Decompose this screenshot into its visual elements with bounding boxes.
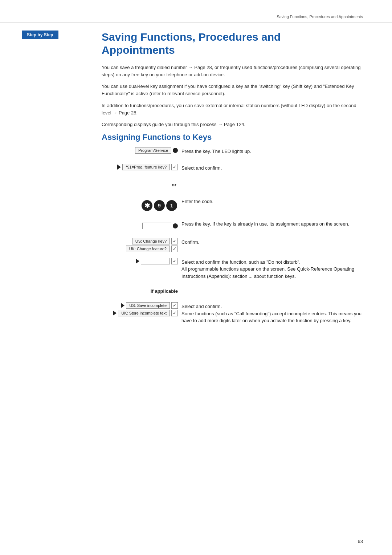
us-change-key-label: US: Change key? xyxy=(132,238,170,244)
step-1: Program/Service Press the key. The LED l… xyxy=(102,147,363,158)
us-save-incomplete-label: US: Save incomplete xyxy=(126,302,170,309)
intro-para-4: Corresponding displays guide you through… xyxy=(102,121,363,128)
uk-store-incomplete-label: UK: Store incomplete text xyxy=(118,310,170,316)
triangle-icon-1 xyxy=(117,165,121,170)
step-3: ✱ 9 1 Enter the code. xyxy=(102,197,363,214)
if-applicable-label: If applicable xyxy=(151,288,178,294)
step-5: US: Change key? ✓ UK: Change feature? ✓ … xyxy=(102,238,363,252)
led-dot-2 xyxy=(173,223,178,228)
triangle-icon-3 xyxy=(121,303,124,308)
check-box-us-save: ✓ xyxy=(171,302,178,309)
check-box-uk-store: ✓ xyxy=(171,310,178,316)
triangle-icon-4 xyxy=(113,311,117,316)
step-2: *91=Prog. feature key? ✓ Select and conf… xyxy=(102,164,363,175)
check-box-3: ✓ xyxy=(171,258,178,264)
step-or-left: or xyxy=(102,181,181,189)
check-box-us: ✓ xyxy=(171,238,178,244)
uk-change-feature-label: UK: Change feature? xyxy=(126,246,170,252)
step-6-instruction: Select and confirm the function, such as… xyxy=(181,258,363,280)
step-by-step-label: Step by Step xyxy=(22,31,58,39)
intro-para-3: In addition to functions/procedures, you… xyxy=(102,102,363,117)
step-7-left: US: Save incomplete ✓ UK: Store incomple… xyxy=(102,302,181,316)
prog-feature-key-label: *91=Prog. feature key? xyxy=(122,164,170,170)
check-box-uk: ✓ xyxy=(171,246,178,252)
or-label: or xyxy=(172,182,178,187)
program-service-label: Program/Service xyxy=(135,147,171,154)
free-key-input xyxy=(142,223,171,229)
led-dot xyxy=(173,148,178,153)
step-if-applicable-right xyxy=(181,285,363,286)
page-header: Saving Functions, Procedures and Appoint… xyxy=(0,0,392,23)
step-5-instruction: Confirm. xyxy=(181,238,363,246)
step-4-instruction: Press the key. If the key is already in … xyxy=(181,220,363,228)
step-2-instruction: Select and confirm. xyxy=(181,164,363,172)
check-box-1: ✓ xyxy=(171,164,178,170)
step-6-left: ✓ xyxy=(102,258,181,264)
header-text: Saving Functions, Procedures and Appoint… xyxy=(277,15,363,19)
step-7: US: Save incomplete ✓ UK: Store incomple… xyxy=(102,302,363,324)
free-key-row xyxy=(142,223,178,229)
key-1: 1 xyxy=(166,200,177,211)
intro-para-1: You can save a frequently dialed number … xyxy=(102,64,363,78)
step-if-applicable-left: If applicable xyxy=(102,285,181,296)
steps-table: Program/Service Press the key. The LED l… xyxy=(102,147,363,324)
step-4: Press the key. If the key is already in … xyxy=(102,220,363,232)
step-1-left: Program/Service xyxy=(102,147,181,154)
right-column: Saving Functions, Procedures and Appoint… xyxy=(94,23,392,337)
change-key-feature-rows: US: Change key? ✓ UK: Change feature? ✓ xyxy=(126,238,178,252)
key-star: ✱ xyxy=(142,200,152,211)
step-4-left xyxy=(102,220,181,232)
keypad-icons: ✱ 9 1 xyxy=(141,200,178,211)
step-2-left: *91=Prog. feature key? ✓ xyxy=(102,164,181,170)
step-6: ✓ Select and confirm the function, such … xyxy=(102,258,363,280)
step-1-instruction: Press the key. The LED lights up. xyxy=(181,147,363,155)
section-title: Assigning Functions to Keys xyxy=(102,133,363,142)
step-3-instruction: Enter the code. xyxy=(181,197,363,205)
left-column: Step by Step xyxy=(0,23,94,337)
step-3-left: ✱ 9 1 xyxy=(102,197,181,214)
save-incomplete-rows: US: Save incomplete ✓ UK: Store incomple… xyxy=(113,302,178,316)
step-or-right xyxy=(181,181,363,181)
main-title: Saving Functions, Procedures and Appoint… xyxy=(102,31,363,57)
step-7-instruction: Select and confirm. Some functions (such… xyxy=(181,302,363,324)
page-number: 63 xyxy=(358,539,363,544)
triangle-icon-2 xyxy=(136,259,139,264)
page-body: Step by Step Saving Functions, Procedure… xyxy=(0,23,392,359)
key-9: 9 xyxy=(154,200,165,211)
intro-para-2: You can use dual-level key assignment if… xyxy=(102,83,363,97)
function-key-input xyxy=(141,258,170,264)
step-or: or xyxy=(102,181,363,191)
step-if-applicable: If applicable xyxy=(102,285,363,296)
step-5-left: US: Change key? ✓ UK: Change feature? ✓ xyxy=(102,238,181,252)
